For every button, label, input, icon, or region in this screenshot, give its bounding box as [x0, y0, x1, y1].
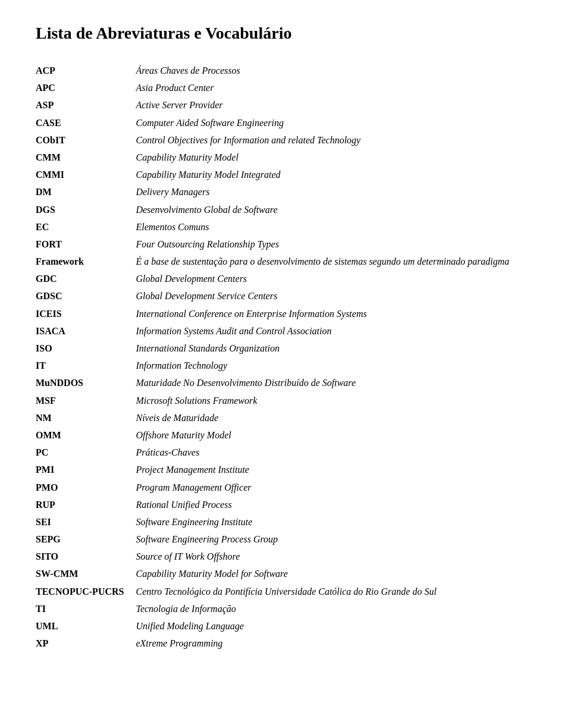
page-title: Lista de Abreviaturas e Vocabulário — [36, 24, 535, 43]
definition: Global Development Service Centers — [136, 287, 535, 305]
list-item: CMMICapability Maturity Model Integrated — [36, 166, 535, 183]
definition: Microsoft Solutions Framework — [136, 392, 535, 409]
abbreviation: UML — [36, 617, 136, 635]
abbreviation: ISO — [36, 340, 136, 357]
list-item: SEPGSoftware Engineering Process Group — [36, 531, 535, 548]
definition: Control Objectives for Information and r… — [136, 131, 535, 149]
list-item: ICEISInternational Conference on Enterpr… — [36, 305, 535, 322]
definition: Centro Tecnológico da Pontifícia Univers… — [136, 583, 535, 600]
list-item: ITInformation Technology — [36, 357, 535, 374]
abbreviation: IT — [36, 357, 136, 374]
list-item: XPeXtreme Programming — [36, 635, 535, 652]
definition: Práticas-Chaves — [136, 444, 535, 461]
list-item: PMOProgram Management Officer — [36, 479, 535, 496]
list-item: ECElementos Comuns — [36, 218, 535, 236]
list-item: CASEComputer Aided Software Engineering — [36, 114, 535, 131]
list-item: GDCGlobal Development Centers — [36, 270, 535, 287]
definition: Asia Product Center — [136, 79, 535, 96]
definition: Maturidade No Desenvolvimento Distribuíd… — [136, 374, 535, 391]
list-item: MSFMicrosoft Solutions Framework — [36, 392, 535, 409]
abbreviation: SEPG — [36, 531, 136, 548]
definition: Computer Aided Software Engineering — [136, 114, 535, 131]
abbreviation: OMM — [36, 426, 136, 444]
definition: Capability Maturity Model — [136, 149, 535, 166]
definition: Unified Modeling Language — [136, 617, 535, 635]
definition: Áreas Chaves de Processos — [136, 62, 535, 79]
list-item: CObITControl Objectives for Information … — [36, 131, 535, 149]
list-item: PMIProject Management Institute — [36, 461, 535, 478]
definition: Rational Unified Process — [136, 496, 535, 513]
abbreviation: CObIT — [36, 131, 136, 149]
list-item: APCAsia Product Center — [36, 79, 535, 96]
definition: Information Systems Audit and Control As… — [136, 322, 535, 340]
abbreviation: ISACA — [36, 322, 136, 340]
list-item: MuNDDOSMaturidade No Desenvolvimento Dis… — [36, 374, 535, 391]
definition: Software Engineering Institute — [136, 513, 535, 531]
definition: Program Management Officer — [136, 479, 535, 496]
abbreviation: ICEIS — [36, 305, 136, 322]
abbreviation: SW-CMM — [36, 565, 136, 582]
abbreviation: APC — [36, 79, 136, 96]
abbreviation: CMMI — [36, 166, 136, 183]
definition: International Conference on Enterprise I… — [136, 305, 535, 322]
abbreviation: Framework — [36, 253, 136, 270]
definition: Project Management Institute — [136, 461, 535, 478]
abbreviation: RUP — [36, 496, 136, 513]
list-item: PCPráticas-Chaves — [36, 444, 535, 461]
definition: eXtreme Programming — [136, 635, 535, 652]
list-item: TECNOPUC-PUCRSCentro Tecnológico da Pont… — [36, 583, 535, 600]
list-item: FrameworkÉ a base de sustentação para o … — [36, 253, 535, 270]
list-item: DGSDesenvolvimento Global de Software — [36, 201, 535, 218]
abbreviation: ACP — [36, 62, 136, 79]
definition: Elementos Comuns — [136, 218, 535, 236]
list-item: RUPRational Unified Process — [36, 496, 535, 513]
list-item: CMMCapability Maturity Model — [36, 149, 535, 166]
definition: É a base de sustentação para o desenvolv… — [136, 253, 535, 270]
abbreviation: TI — [36, 600, 136, 617]
list-item: UMLUnified Modeling Language — [36, 617, 535, 635]
list-item: TITecnologia de Informação — [36, 600, 535, 617]
abbreviation: SEI — [36, 513, 136, 531]
definition: Active Server Provider — [136, 96, 535, 114]
abbreviation: CASE — [36, 114, 136, 131]
list-item: ASPActive Server Provider — [36, 96, 535, 114]
abbreviation: XP — [36, 635, 136, 652]
glossary-table: ACPÁreas Chaves de ProcessosAPCAsia Prod… — [36, 62, 535, 652]
definition: Delivery Managers — [136, 183, 535, 200]
definition: Four Outsourcing Relationship Types — [136, 236, 535, 253]
definition: International Standards Organization — [136, 340, 535, 357]
definition: Tecnologia de Informação — [136, 600, 535, 617]
definition: Information Technology — [136, 357, 535, 374]
list-item: ISOInternational Standards Organization — [36, 340, 535, 357]
abbreviation: PC — [36, 444, 136, 461]
list-item: ACPÁreas Chaves de Processos — [36, 62, 535, 79]
list-item: SITOSource of IT Work Offshore — [36, 548, 535, 565]
list-item: GDSCGlobal Development Service Centers — [36, 287, 535, 305]
abbreviation: GDSC — [36, 287, 136, 305]
abbreviation: GDC — [36, 270, 136, 287]
definition: Source of IT Work Offshore — [136, 548, 535, 565]
abbreviation: PMI — [36, 461, 136, 478]
definition: Níveis de Maturidade — [136, 409, 535, 426]
list-item: FORTFour Outsourcing Relationship Types — [36, 236, 535, 253]
definition: Capability Maturity Model Integrated — [136, 166, 535, 183]
list-item: NMNíveis de Maturidade — [36, 409, 535, 426]
definition: Global Development Centers — [136, 270, 535, 287]
abbreviation: EC — [36, 218, 136, 236]
definition: Offshore Maturity Model — [136, 426, 535, 444]
abbreviation: MuNDDOS — [36, 374, 136, 391]
definition: Capability Maturity Model for Software — [136, 565, 535, 582]
abbreviation: FORT — [36, 236, 136, 253]
abbreviation: PMO — [36, 479, 136, 496]
list-item: SEISoftware Engineering Institute — [36, 513, 535, 531]
abbreviation: TECNOPUC-PUCRS — [36, 583, 136, 600]
abbreviation: MSF — [36, 392, 136, 409]
list-item: SW-CMMCapability Maturity Model for Soft… — [36, 565, 535, 582]
list-item: ISACAInformation Systems Audit and Contr… — [36, 322, 535, 340]
abbreviation: NM — [36, 409, 136, 426]
abbreviation: DM — [36, 183, 136, 200]
list-item: DMDelivery Managers — [36, 183, 535, 200]
definition: Software Engineering Process Group — [136, 531, 535, 548]
abbreviation: SITO — [36, 548, 136, 565]
abbreviation: DGS — [36, 201, 136, 218]
